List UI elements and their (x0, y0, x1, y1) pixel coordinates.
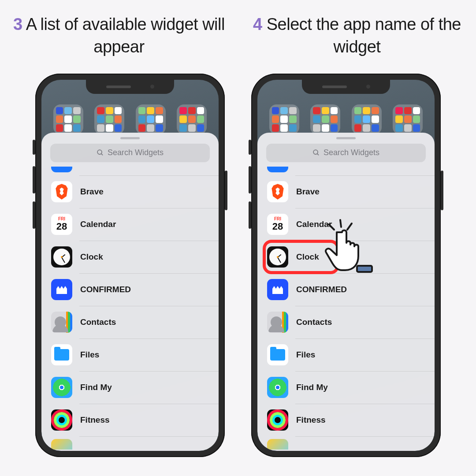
list-item[interactable] (51, 167, 219, 175)
step-text: Select the app name of the widget (267, 15, 461, 56)
list-item-calendar[interactable]: FRI 28 Calendar (51, 208, 219, 241)
fitness-icon (51, 409, 72, 431)
widget-picker-sheet: Search Widgets Brave FRI 28 (257, 133, 435, 451)
svg-line-6 (347, 223, 352, 230)
list-item[interactable] (267, 436, 435, 450)
app-label: Find My (80, 383, 112, 392)
app-label: Find My (296, 383, 328, 392)
list-item-findmy[interactable]: Find My (267, 371, 435, 404)
files-icon (51, 344, 72, 365)
app-label: Brave (80, 187, 104, 197)
list-item-clock[interactable]: Clock (51, 241, 219, 273)
clock-icon (267, 246, 288, 268)
search-placeholder: Search Widgets (324, 148, 379, 157)
contacts-icon (267, 312, 288, 333)
sheet-grabber[interactable] (336, 137, 356, 139)
list-item-findmy[interactable]: Find My (51, 371, 219, 404)
brave-icon (51, 181, 72, 202)
app-label: Fitness (296, 415, 326, 425)
sheet-grabber[interactable] (120, 137, 140, 139)
app-label: Contacts (80, 317, 116, 327)
list-item-brave[interactable]: Brave (51, 175, 219, 208)
notch (302, 80, 390, 94)
step-3-caption: 3 A list of available widget will appear (11, 13, 227, 59)
app-label: Files (80, 350, 99, 360)
list-item-confirmed[interactable]: CONFIRMED (51, 273, 219, 306)
calendar-icon: FRI 28 (51, 214, 72, 235)
list-item[interactable] (267, 167, 435, 175)
findmy-icon (51, 377, 72, 398)
front-camera (150, 85, 154, 89)
list-item-contacts[interactable]: Contacts (267, 306, 435, 338)
files-icon (267, 344, 288, 365)
app-label: Files (296, 350, 315, 360)
findmy-icon (267, 377, 288, 398)
contacts-icon (51, 312, 72, 333)
volume-up-button (33, 166, 35, 193)
list-item-files[interactable]: Files (51, 338, 219, 371)
clock-icon (51, 246, 72, 268)
tap-cursor-icon (319, 216, 381, 278)
confirmed-icon (267, 279, 288, 300)
svg-rect-7 (357, 266, 372, 272)
list-item-fitness[interactable]: Fitness (267, 404, 435, 436)
step-number: 3 (13, 15, 22, 33)
app-label: Fitness (80, 415, 110, 425)
brave-icon (267, 181, 288, 202)
iphone-frame-right: Search Widgets Brave FRI 28 (251, 74, 441, 457)
side-button (225, 171, 227, 210)
search-icon (312, 149, 320, 156)
search-widgets-field[interactable]: Search Widgets (266, 144, 426, 162)
list-item-confirmed[interactable]: CONFIRMED (267, 273, 435, 306)
list-item-files[interactable]: Files (267, 338, 435, 371)
volume-down-button (249, 201, 251, 229)
calendar-day: 28 (56, 222, 67, 231)
app-label: CONFIRMED (80, 285, 131, 294)
side-button (441, 171, 443, 210)
app-label: CONFIRMED (296, 285, 347, 294)
svg-line-3 (317, 154, 319, 156)
speaker (322, 86, 347, 88)
fitness-icon (267, 409, 288, 431)
svg-line-5 (340, 220, 341, 227)
calendar-day: 28 (272, 222, 283, 231)
search-widgets-field[interactable]: Search Widgets (50, 144, 210, 162)
svg-point-0 (97, 150, 102, 154)
app-label: Calendar (80, 219, 116, 229)
step-4-caption: 4 Select the app name of the widget (249, 13, 465, 59)
list-item-contacts[interactable]: Contacts (51, 306, 219, 338)
step-number: 4 (253, 15, 262, 33)
step-text: A list of available widget will appear (26, 15, 225, 56)
calendar-icon: FRI 28 (267, 214, 288, 235)
list-item-fitness[interactable]: Fitness (51, 404, 219, 436)
notch (86, 80, 174, 94)
list-item-brave[interactable]: Brave (267, 175, 435, 208)
search-placeholder: Search Widgets (108, 148, 164, 157)
search-icon (97, 149, 104, 156)
list-item[interactable] (51, 436, 219, 450)
app-label: Brave (296, 187, 320, 197)
volume-up-button (249, 166, 251, 193)
svg-line-1 (101, 154, 103, 156)
svg-point-2 (313, 150, 318, 154)
svg-line-4 (329, 224, 334, 230)
speaker (106, 86, 131, 88)
confirmed-icon (51, 279, 72, 300)
iphone-frame-left: Search Widgets Brave FRI 28 (35, 74, 225, 457)
mute-switch (249, 140, 251, 155)
app-label: Clock (296, 252, 319, 262)
mute-switch (33, 140, 35, 155)
volume-down-button (33, 201, 35, 229)
front-camera (366, 85, 370, 89)
app-label: Contacts (296, 317, 332, 327)
app-label: Clock (80, 252, 103, 262)
widget-picker-sheet: Search Widgets Brave FRI 28 (41, 133, 219, 451)
